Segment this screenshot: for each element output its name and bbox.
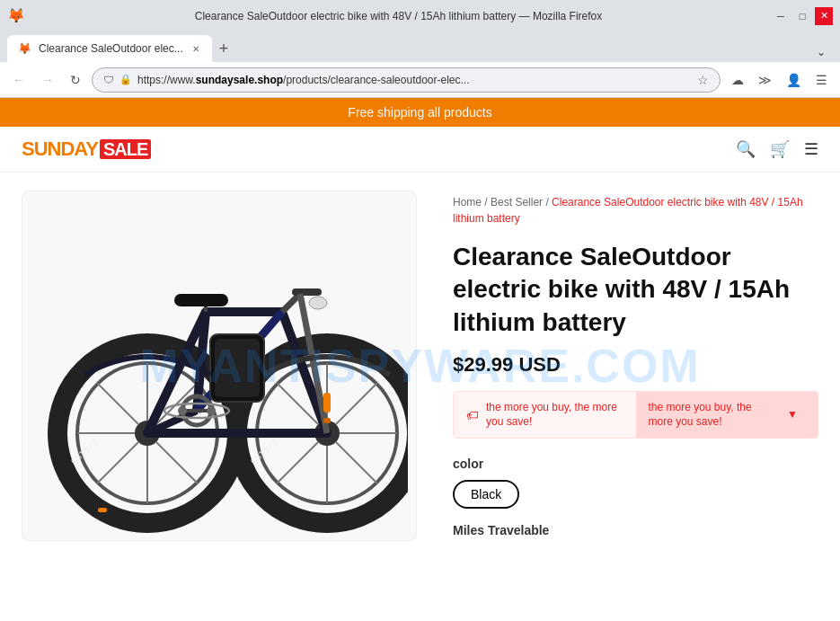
- profile-button[interactable]: 👤: [781, 69, 807, 91]
- address-bar: ← → ↻ 🛡 🔒 https://www.sundaysale.shop/pr…: [0, 62, 840, 98]
- lock-icon: 🔒: [119, 74, 132, 85]
- logo-sale: SALE: [100, 139, 151, 159]
- svg-line-20: [336, 442, 377, 483]
- title-bar: 🦊 Clearance SaleOutdoor electric bike wi…: [0, 0, 840, 31]
- shield-icon: 🛡: [103, 74, 114, 86]
- promo-text: Free shipping all products: [348, 105, 491, 120]
- discount-item-2[interactable]: the more you buy, the more you save! ▼: [636, 392, 818, 438]
- forward-button[interactable]: →: [36, 69, 59, 91]
- browser-chrome: 🦊 Clearance SaleOutdoor electric bike wi…: [0, 0, 840, 98]
- menu-nav-button[interactable]: ☰: [804, 139, 818, 159]
- tag-icon: 🏷: [466, 407, 479, 423]
- toolbar-icons: ☁ ≫ 👤 ☰: [726, 69, 833, 91]
- svg-line-22: [277, 442, 318, 483]
- logo-sunday: SUNDAY: [22, 138, 98, 160]
- tab-bar: 🦊 Clearance SaleOutdoor elec... ✕ + ⌄: [0, 31, 840, 62]
- address-input[interactable]: 🛡 🔒 https://www.sundaysale.shop/products…: [92, 67, 721, 93]
- back-button[interactable]: ←: [7, 69, 31, 91]
- color-options: Black: [453, 480, 818, 509]
- discount-text-1: the more you buy, the more you save!: [486, 401, 623, 429]
- svg-rect-43: [98, 508, 107, 512]
- search-button[interactable]: 🔍: [736, 139, 756, 159]
- browser-title: Clearance SaleOutdoor electric bike with…: [32, 10, 765, 22]
- product-price: $29.99 USD: [453, 353, 818, 377]
- site-header: SUNDAYSALE 🔍 🛒 ☰: [0, 127, 840, 173]
- svg-point-38: [178, 406, 187, 415]
- svg-line-10: [97, 442, 138, 483]
- header-icons: 🔍 🛒 ☰: [736, 139, 818, 159]
- discount-arrow: ▼: [780, 408, 805, 422]
- color-label: color: [453, 457, 818, 471]
- reload-button[interactable]: ↻: [65, 69, 86, 91]
- product-image: CST BFT CST BFT: [22, 191, 417, 541]
- bookmark-icon: ☆: [697, 73, 709, 87]
- pocket-button[interactable]: ☁: [726, 69, 749, 91]
- svg-line-7: [97, 383, 138, 424]
- svg-rect-29: [215, 339, 260, 397]
- svg-rect-41: [323, 393, 331, 413]
- minimize-button[interactable]: ─: [772, 7, 790, 25]
- tab-title: Clearance SaleOutdoor elec...: [39, 42, 183, 55]
- maximize-button[interactable]: □: [793, 7, 811, 25]
- color-section: color Black: [453, 457, 818, 509]
- extensions-button[interactable]: ≫: [753, 69, 777, 91]
- color-option-black[interactable]: Black: [453, 480, 519, 509]
- svg-point-39: [207, 406, 216, 415]
- url-text: https://www.sundaysale.shop/products/cle…: [137, 74, 470, 86]
- site-wrapper: Free shipping all products SUNDAYSALE 🔍 …: [0, 98, 840, 559]
- discount-text-2: the more you buy, the more you save!: [649, 401, 774, 429]
- svg-line-32: [282, 294, 300, 312]
- active-tab[interactable]: 🦊 Clearance SaleOutdoor elec... ✕: [7, 35, 212, 62]
- breadcrumb-home: Home: [453, 196, 482, 208]
- discount-box: 🏷 the more you buy, the more you save! t…: [453, 391, 818, 439]
- logo: SUNDAYSALE: [22, 138, 151, 161]
- svg-rect-30: [174, 294, 228, 306]
- firefox-icon: 🦊: [7, 7, 25, 24]
- bike-illustration: CST BFT CST BFT: [31, 195, 408, 537]
- svg-line-8: [156, 442, 198, 483]
- product-title: Clearance SaleOutdoor electric bike with…: [453, 241, 818, 339]
- window-controls: ─ □ ✕: [772, 7, 833, 25]
- product-info: Home / Best Seller / Clearance SaleOutdo…: [453, 191, 818, 541]
- promo-banner: Free shipping all products: [0, 98, 840, 127]
- product-section: MYANTISPYWARE.COM CST BFT: [0, 173, 840, 559]
- tab-overflow-button[interactable]: ⌄: [809, 42, 833, 62]
- svg-line-21: [336, 383, 377, 424]
- svg-rect-42: [323, 418, 331, 423]
- menu-button[interactable]: ☰: [810, 69, 833, 91]
- close-button[interactable]: ✕: [815, 7, 833, 25]
- cart-button[interactable]: 🛒: [770, 139, 790, 159]
- breadcrumb-best-seller: Best Seller: [491, 196, 543, 208]
- new-tab-button[interactable]: +: [212, 35, 236, 62]
- tab-close-button[interactable]: ✕: [190, 42, 201, 56]
- discount-item-1: 🏷 the more you buy, the more you save!: [454, 392, 636, 438]
- breadcrumb: Home / Best Seller / Clearance SaleOutdo…: [453, 194, 818, 226]
- svg-point-35: [309, 297, 327, 309]
- miles-label: Miles Travelable: [453, 523, 818, 537]
